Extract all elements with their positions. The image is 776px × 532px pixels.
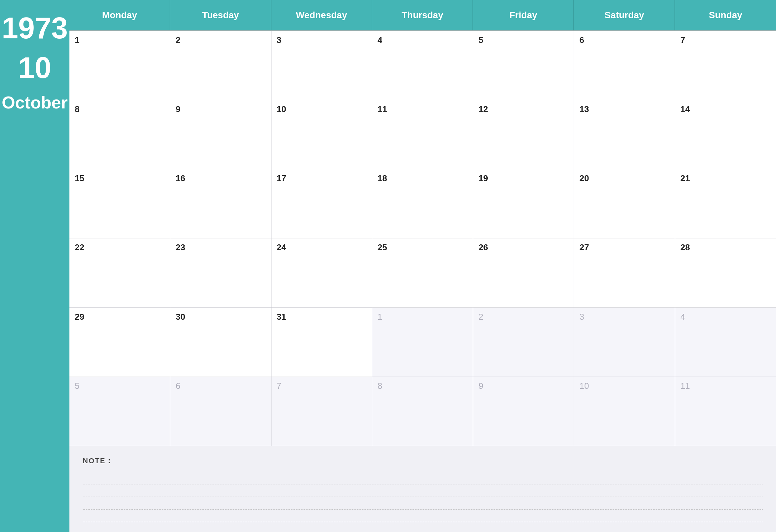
calendar-cell[interactable]: 6 xyxy=(170,377,271,446)
day-header-friday: Friday xyxy=(473,0,574,30)
calendar-cell[interactable]: 15 xyxy=(69,169,170,238)
calendar-cell[interactable]: 2 xyxy=(473,308,574,377)
day-number: 6 xyxy=(579,35,584,45)
calendar-cell[interactable]: 8 xyxy=(372,377,473,446)
day-number: 17 xyxy=(277,173,286,183)
day-number: 31 xyxy=(277,312,286,322)
day-number: 27 xyxy=(579,242,589,252)
day-number: 29 xyxy=(75,312,84,322)
day-number: 24 xyxy=(277,242,286,252)
day-number: 11 xyxy=(378,104,387,114)
day-number: 3 xyxy=(579,312,584,322)
calendar-cell[interactable]: 3 xyxy=(271,31,372,100)
day-header-wednesday: Wednesday xyxy=(271,0,372,30)
calendar-cell[interactable]: 5 xyxy=(69,377,170,446)
day-header-tuesday: Tuesday xyxy=(170,0,271,30)
main-area: MondayTuesdayWednesdayThursdayFridaySatu… xyxy=(69,0,776,532)
calendar-cell[interactable]: 26 xyxy=(473,238,574,308)
calendar-cell[interactable]: 17 xyxy=(271,169,372,238)
calendar-cell[interactable]: 8 xyxy=(69,100,170,169)
calendar-cell[interactable]: 6 xyxy=(574,31,675,100)
day-number: 22 xyxy=(75,242,84,252)
day-number: 4 xyxy=(681,312,685,322)
notes-line-3 xyxy=(83,497,763,510)
day-number: 9 xyxy=(478,381,483,391)
day-number: 21 xyxy=(681,173,690,183)
day-number: 8 xyxy=(378,381,382,391)
day-number: 7 xyxy=(681,35,685,45)
calendar-cell[interactable]: 23 xyxy=(170,238,271,308)
day-number: 28 xyxy=(681,242,690,252)
day-number: 2 xyxy=(176,35,180,45)
day-number: 15 xyxy=(75,173,84,183)
calendar-cell[interactable]: 27 xyxy=(574,238,675,308)
calendar-cell[interactable]: 31 xyxy=(271,308,372,377)
day-number: 6 xyxy=(176,381,180,391)
day-header-monday: Monday xyxy=(69,0,170,30)
notes-line-2 xyxy=(83,484,763,497)
day-number: 4 xyxy=(378,35,382,45)
day-number: 13 xyxy=(579,104,589,114)
calendar-cell[interactable]: 10 xyxy=(574,377,675,446)
day-number: 12 xyxy=(478,104,488,114)
calendar-container: 1973 10 October MondayTuesdayWednesdayTh… xyxy=(0,0,776,532)
day-number: 16 xyxy=(176,173,185,183)
calendar-cell[interactable]: 30 xyxy=(170,308,271,377)
calendar-cell[interactable]: 3 xyxy=(574,308,675,377)
calendar-cell[interactable]: 7 xyxy=(675,31,776,100)
calendar-cell[interactable]: 11 xyxy=(372,100,473,169)
day-number: 5 xyxy=(478,35,483,45)
day-number: 26 xyxy=(478,242,488,252)
calendar-grid: 1234567891011121314151617181920212223242… xyxy=(69,31,776,446)
day-number: 14 xyxy=(681,104,690,114)
notes-line-1 xyxy=(83,472,763,484)
calendar-cell[interactable]: 7 xyxy=(271,377,372,446)
calendar-cell[interactable]: 9 xyxy=(473,377,574,446)
calendar-cell[interactable]: 21 xyxy=(675,169,776,238)
day-number: 8 xyxy=(75,104,79,114)
calendar-cell[interactable]: 5 xyxy=(473,31,574,100)
notes-section: NOTE： xyxy=(69,446,776,532)
calendar-cell[interactable]: 28 xyxy=(675,238,776,308)
day-header-thursday: Thursday xyxy=(372,0,473,30)
sidebar: 1973 10 October xyxy=(0,0,69,532)
day-header-sunday: Sunday xyxy=(675,0,776,30)
calendar-cell[interactable]: 4 xyxy=(675,308,776,377)
calendar-cell[interactable]: 19 xyxy=(473,169,574,238)
calendar-cell[interactable]: 24 xyxy=(271,238,372,308)
day-number: 10 xyxy=(277,104,286,114)
day-number: 11 xyxy=(681,381,690,391)
calendar-cell[interactable]: 16 xyxy=(170,169,271,238)
day-number: 20 xyxy=(579,173,589,183)
calendar-cell[interactable]: 22 xyxy=(69,238,170,308)
calendar-cell[interactable]: 1 xyxy=(372,308,473,377)
calendar-cell[interactable]: 14 xyxy=(675,100,776,169)
sidebar-month-number: 10 xyxy=(18,53,51,83)
day-number: 1 xyxy=(378,312,382,322)
sidebar-year: 1973 xyxy=(2,13,68,43)
calendar-cell[interactable]: 10 xyxy=(271,100,372,169)
day-number: 10 xyxy=(579,381,589,391)
sidebar-month-name: October xyxy=(2,93,67,113)
calendar-cell[interactable]: 12 xyxy=(473,100,574,169)
day-number: 3 xyxy=(277,35,281,45)
calendar-cell[interactable]: 4 xyxy=(372,31,473,100)
calendar-cell[interactable]: 13 xyxy=(574,100,675,169)
day-number: 30 xyxy=(176,312,185,322)
day-number: 7 xyxy=(277,381,281,391)
calendar-cell[interactable]: 11 xyxy=(675,377,776,446)
day-number: 2 xyxy=(478,312,483,322)
calendar-cell[interactable]: 9 xyxy=(170,100,271,169)
notes-label: NOTE： xyxy=(83,456,763,466)
calendar-cell[interactable]: 25 xyxy=(372,238,473,308)
calendar-cell[interactable]: 1 xyxy=(69,31,170,100)
day-number: 25 xyxy=(378,242,387,252)
day-header-saturday: Saturday xyxy=(574,0,675,30)
calendar-cell[interactable]: 18 xyxy=(372,169,473,238)
calendar-cell[interactable]: 2 xyxy=(170,31,271,100)
calendar-cell[interactable]: 29 xyxy=(69,308,170,377)
day-headers: MondayTuesdayWednesdayThursdayFridaySatu… xyxy=(69,0,776,31)
notes-line-4 xyxy=(83,510,763,522)
calendar-cell[interactable]: 20 xyxy=(574,169,675,238)
day-number: 23 xyxy=(176,242,185,252)
